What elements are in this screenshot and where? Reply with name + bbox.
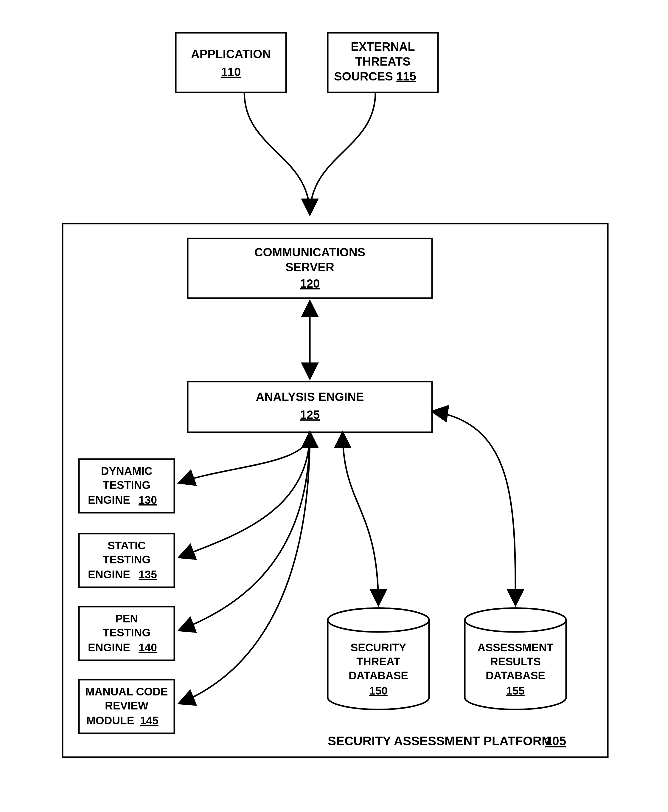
pen-testing-block: PEN TESTING ENGINE 140 [79,607,174,660]
svg-point-9 [465,608,566,632]
analysis-engine-block: ANALYSIS ENGINE 125 [188,382,432,432]
threat-db-ref: 150 [369,685,387,697]
results-db-l2: RESULTS [490,656,541,668]
results-db-ref: 155 [506,685,525,697]
comm-server-l2: SERVER [286,261,334,274]
manual-l2: REVIEW [105,700,149,712]
dynamic-ref: 130 [139,494,157,506]
dynamic-l1: DYNAMIC [101,465,152,477]
analysis-engine-title: ANALYSIS ENGINE [256,390,364,403]
diagram-canvas: APPLICATION 110 EXTERNAL THREATS SOURCES… [0,0,668,812]
pen-l3: ENGINE [88,641,130,654]
application-block: APPLICATION 110 [176,33,286,92]
external-threats-block: EXTERNAL THREATS SOURCES 115 [328,33,438,92]
external-threats-l3: SOURCES [334,70,393,83]
threat-db-l3: DATABASE [349,670,408,682]
threat-db-l2: THREAT [356,656,401,668]
analysis-engine-ref: 125 [300,408,320,421]
manual-code-review-block: MANUAL CODE REVIEW MODULE 145 [79,680,174,733]
external-threats-l2: THREATS [355,55,411,68]
manual-ref: 145 [140,715,159,727]
platform-ref: 105 [545,734,566,748]
security-threat-db: SECURITY THREAT DATABASE 150 [328,608,429,710]
arrow-threats-to-comm [310,92,376,214]
svg-rect-3 [188,382,432,432]
results-db-l1: ASSESSMENT [478,641,554,654]
manual-l3: MODULE [87,715,134,727]
comm-server-ref: 120 [300,277,320,290]
pen-l2: TESTING [103,626,150,639]
results-db-l3: DATABASE [486,670,545,682]
static-ref: 135 [139,568,157,581]
threat-db-l1: SECURITY [351,641,406,654]
comm-server-block: COMMUNICATIONS SERVER 120 [188,238,432,298]
static-l2: TESTING [103,554,150,566]
dynamic-l2: TESTING [103,479,150,491]
application-title: APPLICATION [191,47,271,60]
external-threats-l1: EXTERNAL [351,40,415,53]
static-testing-block: STATIC TESTING ENGINE 135 [79,534,174,587]
manual-l1: MANUAL CODE [85,686,168,698]
dynamic-l3: ENGINE [88,494,130,506]
static-l1: STATIC [108,539,146,552]
static-l3: ENGINE [88,568,130,581]
pen-l1: PEN [115,613,138,625]
comm-server-l1: COMMUNICATIONS [254,246,366,259]
dynamic-testing-block: DYNAMIC TESTING ENGINE 130 [79,459,174,513]
external-threats-ref: 115 [396,70,416,83]
platform-title: SECURITY ASSESSMENT PLATFORM [328,734,552,748]
assessment-results-db: ASSESSMENT RESULTS DATABASE 155 [465,608,566,710]
svg-point-8 [328,608,429,632]
application-ref: 110 [221,65,241,79]
pen-ref: 140 [139,641,157,654]
arrow-app-to-comm [244,92,310,214]
svg-rect-0 [176,33,286,92]
